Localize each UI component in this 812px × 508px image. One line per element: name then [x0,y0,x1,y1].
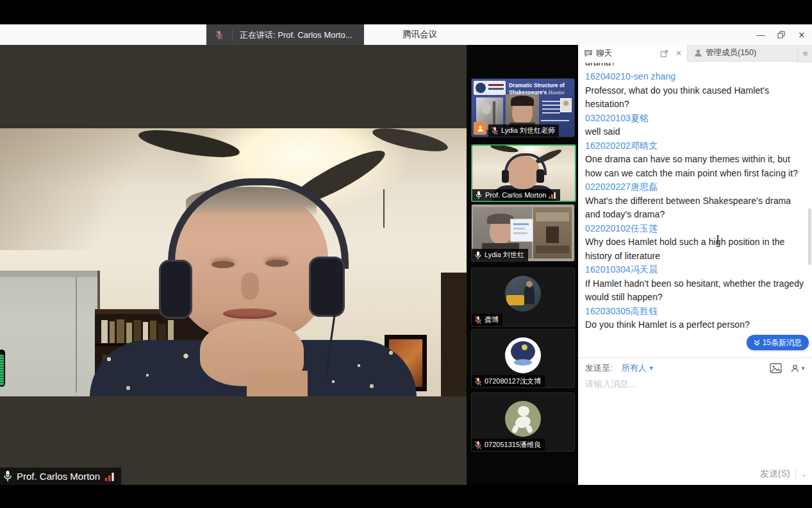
audio-level-fill [0,355,4,385]
muted-mic-icon [206,30,233,41]
tab-members[interactable]: 管理成员(150) [687,45,797,62]
muted-mic-icon [474,377,482,386]
mini-headphone-cup [536,169,544,183]
new-messages-label: 15条新消息 [763,337,802,348]
message-author[interactable]: 032020103夏铭 [585,112,804,126]
participant-name: Lydia 刘世红 [485,250,524,260]
screen-popup [510,219,533,242]
signal-bars-icon [549,192,556,199]
mic-icon [474,251,482,260]
message-text: What's the different between Shakespeare… [585,194,804,222]
message-author[interactable]: 022020227唐思磊 [585,180,804,194]
fan-chain [383,189,385,228]
menu-icon[interactable]: ≡ [797,45,812,62]
mic-icon [3,470,13,482]
slide-text-line [542,112,560,114]
chat-scrollbar[interactable] [808,208,811,265]
chat-message: 162040210-sen zhang Professor, what do y… [585,70,804,112]
signal-bars-icon [105,472,115,481]
thumbnail-gongbo[interactable]: 龚博 [471,267,575,326]
avatar [505,401,541,437]
app-title: 腾讯会议 [402,29,437,40]
minimize-button[interactable]: — [750,24,771,45]
thumbnail-lydia-slide[interactable]: Dramatic Structure of Shakespeare's Haml… [471,78,575,137]
message-text: Professor, what do you think caused Haml… [585,84,804,112]
slide-text-line [541,120,569,121]
wall-shadow-right [441,273,467,396]
chat-message: 022020102任玉莲 Why does Hamlet hold such a… [585,222,804,264]
participant-label: Lydia 刘世红 [472,249,528,261]
divider [795,469,796,479]
muted-mic-icon [491,126,499,135]
avatar [505,337,541,373]
message-author[interactable]: 162020202邓晴文 [585,139,804,153]
new-messages-button[interactable]: 15条新消息 [747,335,809,350]
chat-messages[interactable]: drama? 162040210-sen zhang Professor, wh… [578,62,812,357]
restore-icon [777,31,785,38]
slide-photo [560,98,572,112]
main-video[interactable]: Prof. Carlos Morton [0,45,467,485]
chat-bubble-icon [584,49,593,58]
participant-label: 072051315潘维良 [472,439,545,451]
message-text: Do you think Hamlet is a perfect person? [585,318,804,332]
participant-label: 072080127沈文博 [472,375,545,387]
message-author[interactable]: 162030305高胜钰 [585,305,804,319]
speaker-name: Prof. Carlos Morton [17,471,100,482]
forearm [247,371,308,396]
speaker-name-label: Prof. Carlos Morton [0,468,121,485]
send-to-select[interactable]: 所有人 ▼ [622,362,654,374]
thumbnail-carlos[interactable]: Prof. Carlos Morton [471,144,576,202]
participant-name: 072051315潘维良 [485,440,541,450]
mic-icon [475,190,483,199]
message-input[interactable]: 请输入消息... [585,378,636,390]
message-author[interactable]: 162040210-sen zhang [585,70,804,84]
video-art [0,128,467,396]
send-to-value: 所有人 [622,362,647,374]
speaking-indicator-tab[interactable]: 正在讲话: Prof. Carlos Morto... [206,24,364,46]
muted-mic-icon [474,316,482,325]
window-blind [0,271,100,396]
send-row: 发送(S) ⌄ [760,468,807,480]
message-text: Why does Hamlet hold such a high positio… [585,235,804,263]
avatar [505,276,541,312]
university-logo [474,81,506,95]
tab-chat-label: 聊天 [596,48,612,59]
meeting-window: 正在讲话: Prof. Carlos Morto... 腾讯会议 — ✕ [0,0,812,508]
mouth [223,309,277,319]
mini-headphone-cup [502,170,509,183]
participant-name: 龚博 [485,315,499,325]
dropdown-arrow-icon: ▼ [649,365,654,371]
chat-message: 162030305高胜钰 Do you think Hamlet is a pe… [585,305,804,332]
app-tab[interactable]: 腾讯会议 [363,24,476,45]
message-text: One drama can have so many themes within… [585,153,804,180]
classroom-pane [533,207,572,258]
participant-label: 龚博 [472,314,502,326]
thumbnail-panweiliang[interactable]: 072051315潘维良 [471,393,575,452]
thumbnail-shenwenbo[interactable]: 072080127沈文博 [471,329,575,388]
send-button[interactable]: 发送(S) [760,468,790,480]
window-titlebar: 正在讲话: Prof. Carlos Morto... 腾讯会议 — ✕ [0,24,812,46]
chat-message: 022020227唐思磊 What's the different betwee… [585,180,804,222]
message-author[interactable]: 022020102任玉莲 [585,222,804,236]
participant-name: 072080127沈文博 [485,377,541,386]
person-icon [477,125,484,132]
popout-icon[interactable] [660,49,668,58]
message-author[interactable]: 162010304冯天晨 [585,263,804,277]
mention-member-button[interactable]: ▼ [791,364,806,373]
message-text: If Hamlet hadn't been so hesitant, wheth… [585,277,804,305]
chat-close-icon[interactable]: ✕ [675,49,682,58]
participant-name: Lydia 刘世红老师 [501,126,555,135]
thumbnail-lydia-room[interactable]: Lydia 刘世红 [471,204,575,262]
image-icon[interactable] [770,363,782,373]
headphone-cup-left [159,260,192,319]
blind-top-bar [0,271,97,277]
letterbox-bottom [0,485,812,508]
restore-button[interactable] [771,24,791,45]
participant-name: Prof. Carlos Morton [485,191,546,199]
close-button[interactable]: ✕ [791,24,812,45]
chat-message: 162010304冯天晨 If Hamlet hadn't been so he… [585,263,804,305]
chat-panel: 聊天 ✕ 管理成员(150) ≡ drama? 162040210-sen zh… [578,45,812,485]
send-options-arrow[interactable]: ⌄ [801,470,807,478]
muted-mic-icon [474,441,482,450]
tab-chat[interactable]: 聊天 ✕ [578,45,687,62]
